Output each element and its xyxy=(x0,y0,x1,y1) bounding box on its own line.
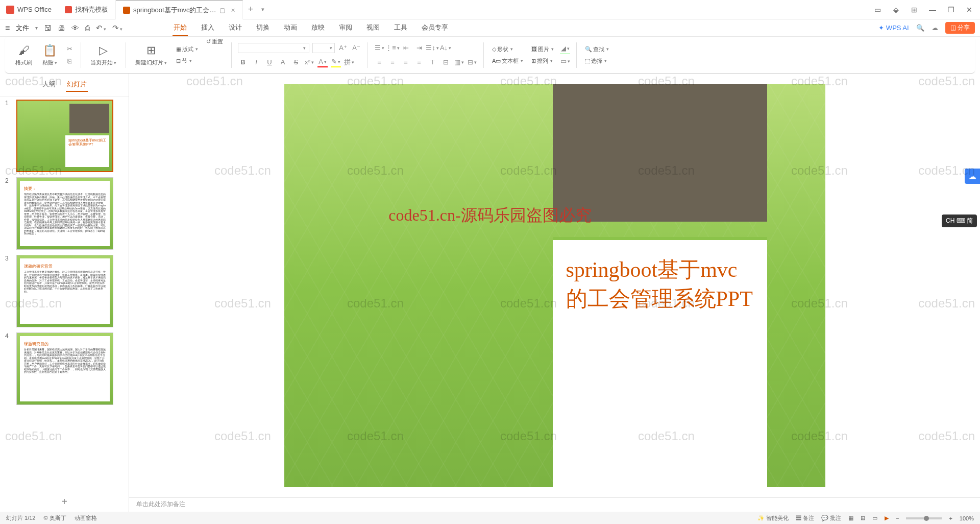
font-family-select[interactable]: ▾ xyxy=(238,43,309,53)
menu-tab-tools[interactable]: 工具 xyxy=(393,20,408,36)
zoom-out-icon[interactable]: − xyxy=(896,515,899,521)
maximize-icon[interactable]: ❐ xyxy=(946,5,955,14)
shape-button[interactable]: ◇ 形状▾ xyxy=(490,44,525,54)
paste-button[interactable]: 📋 粘贴▾ xyxy=(39,43,60,66)
text-dir-icon[interactable]: A↓▾ xyxy=(440,43,451,53)
menu-tab-transition[interactable]: 切换 xyxy=(255,20,271,36)
align-center-icon[interactable]: ≡ xyxy=(387,57,398,67)
reset-button[interactable]: ↺ 重置 xyxy=(204,37,225,46)
pinyin-icon[interactable]: 拼▾ xyxy=(344,57,354,67)
columns-icon[interactable]: ▥▾ xyxy=(454,57,464,67)
align-mid-icon[interactable]: ⊟ xyxy=(440,57,451,67)
line-spacing-icon[interactable]: ☰↕▾ xyxy=(427,43,437,53)
view-reading-icon[interactable]: ▭ xyxy=(872,515,877,521)
numbering-icon[interactable]: ⋮≡▾ xyxy=(387,43,398,53)
shadow-icon[interactable]: A xyxy=(278,57,288,67)
slide-title-box[interactable]: springboot基于mvc的工会管理系统PPT xyxy=(553,237,767,487)
cloud-sync-badge[interactable]: ☁ xyxy=(965,169,980,184)
copy-icon[interactable]: ⎘ xyxy=(64,56,75,66)
zoom-slider[interactable] xyxy=(906,517,942,519)
package-icon[interactable]: ⬙ xyxy=(891,5,900,14)
fill-icon[interactable]: ◢▾ xyxy=(560,44,570,54)
status-beautify[interactable]: ✨ 智能美化 xyxy=(757,514,789,522)
menu-tab-start[interactable]: 开始 xyxy=(173,20,188,36)
file-arrow[interactable]: ▾ xyxy=(35,25,38,31)
arrange-button[interactable]: ⊞ 排列▾ xyxy=(529,56,556,66)
bold-icon[interactable]: B xyxy=(238,57,248,67)
wps-ai-button[interactable]: ✦ WPS AI xyxy=(878,24,909,32)
superscript-icon[interactable]: x²▾ xyxy=(304,57,314,67)
play-from-current-button[interactable]: ▷ 当页开始▾ xyxy=(87,43,119,66)
tab-menu-arrow[interactable]: ▾ xyxy=(258,6,267,13)
save-icon[interactable]: 🖫 xyxy=(44,23,52,33)
status-comments[interactable]: 💬 批注 xyxy=(821,514,841,522)
increase-font-icon[interactable]: A⁺ xyxy=(338,43,348,53)
format-painter-button[interactable]: 🖌 格式刷 xyxy=(12,43,35,66)
menu-tab-insert[interactable]: 插入 xyxy=(200,20,215,36)
tab-document[interactable]: springboot基于mvc的工会… ▢ × xyxy=(116,0,243,19)
textbox-button[interactable]: A▭ 文本框▾ xyxy=(490,56,525,66)
close-icon[interactable]: × xyxy=(231,6,235,14)
export-icon[interactable]: ⎙ xyxy=(85,23,90,33)
align-top-icon[interactable]: ⊤ xyxy=(427,57,437,67)
layout-button[interactable]: ▦ 版式▾ xyxy=(174,44,200,54)
view-normal-icon[interactable]: ▦ xyxy=(848,515,853,521)
status-notes[interactable]: ☰ 备注 xyxy=(796,514,814,522)
panel-tab-slides[interactable]: 幻灯片 xyxy=(66,78,88,92)
indent-inc-icon[interactable]: ⇥ xyxy=(414,43,424,53)
panel-tab-outline[interactable]: 大纲 xyxy=(41,78,57,92)
zoom-value[interactable]: 100% xyxy=(960,515,974,521)
view-slideshow-icon[interactable]: ▶ xyxy=(885,515,889,521)
picture-button[interactable]: 🖼 图片▾ xyxy=(529,44,556,54)
bullets-icon[interactable]: ☰▾ xyxy=(374,43,384,53)
redo-icon[interactable]: ↷▾ xyxy=(112,23,122,33)
close-window-icon[interactable]: ✕ xyxy=(965,5,974,14)
font-size-select[interactable]: ▾ xyxy=(312,43,335,53)
preview-icon[interactable]: 👁 xyxy=(71,23,79,33)
section-button[interactable]: ⊟ 节▾ xyxy=(174,56,200,66)
apps-icon[interactable]: ⊞ xyxy=(910,5,919,14)
view-sorter-icon[interactable]: ⊞ xyxy=(861,515,865,521)
zoom-in-icon[interactable]: + xyxy=(949,515,952,521)
font-color-icon[interactable]: A▾ xyxy=(317,57,328,67)
share-button[interactable]: ◫ 分享 xyxy=(945,22,975,34)
tab-templates[interactable]: 找稻壳模板 xyxy=(58,0,116,19)
undo-icon[interactable]: ↶▾ xyxy=(96,23,106,33)
search-icon[interactable]: 🔍 xyxy=(916,24,924,32)
strike-icon[interactable]: S̶ xyxy=(291,57,301,67)
file-menu[interactable]: 文件 xyxy=(16,23,29,33)
outline-icon[interactable]: ▭▾ xyxy=(560,56,570,66)
highlight-icon[interactable]: ✎▾ xyxy=(331,57,341,67)
menu-tab-view[interactable]: 视图 xyxy=(365,20,381,36)
slide-thumb-4[interactable]: 课题研究目的 分析目前国情来看，国家经济实力越来越强，国人对于学习的重视程度越来… xyxy=(16,332,113,405)
cloud-sync-icon[interactable]: ☁ xyxy=(932,24,938,32)
align-right-icon[interactable]: ≡ xyxy=(401,57,411,67)
hamburger-icon[interactable]: ≡ xyxy=(5,23,10,33)
new-slide-button[interactable]: ⊞ 新建幻灯片▾ xyxy=(132,43,170,66)
underline-icon[interactable]: U xyxy=(264,57,275,67)
menu-tab-animation[interactable]: 动画 xyxy=(283,20,298,36)
menu-tab-slideshow[interactable]: 放映 xyxy=(310,20,326,36)
minimize-icon[interactable]: — xyxy=(928,5,937,14)
slide-thumb-2[interactable]: 摘要： 现代经济快节奏发展以及不断完善升级的信息化技术，让传统数据信息的管理升级… xyxy=(16,177,113,250)
window-icon[interactable]: ▭ xyxy=(873,5,882,14)
add-tab-button[interactable]: + xyxy=(243,4,259,15)
print-icon[interactable]: 🖶 xyxy=(58,23,65,33)
ime-indicator[interactable]: CH ⌨ 简 xyxy=(942,215,977,227)
align-justify-icon[interactable]: ≡ xyxy=(414,57,424,67)
cut-icon[interactable]: ✂ xyxy=(64,44,75,54)
menu-tab-review[interactable]: 审阅 xyxy=(338,20,353,36)
decrease-font-icon[interactable]: A⁻ xyxy=(351,43,361,53)
align-left-icon[interactable]: ≡ xyxy=(374,57,384,67)
slide-thumb-3[interactable]: 课题的研究背景 工会管理系统主要是借助计算机，对工会管理系统所需的信息进行统一管… xyxy=(16,255,113,327)
status-animation-pane[interactable]: 动画窗格 xyxy=(75,514,97,522)
slide-image-placeholder[interactable] xyxy=(553,84,767,222)
slide-thumb-1[interactable]: springboot基于mvc的工会管理系统PPT xyxy=(16,100,113,172)
menu-tab-member[interactable]: 会员专享 xyxy=(421,20,449,36)
menu-tab-design[interactable]: 设计 xyxy=(228,20,243,36)
text-align-icon[interactable]: ⊟▾ xyxy=(467,57,477,67)
find-button[interactable]: 🔍 查找▾ xyxy=(583,44,611,54)
italic-icon[interactable]: I xyxy=(251,57,261,67)
add-slide-button[interactable]: + xyxy=(0,492,129,512)
select-button[interactable]: ⬚ 选择▾ xyxy=(583,56,611,66)
